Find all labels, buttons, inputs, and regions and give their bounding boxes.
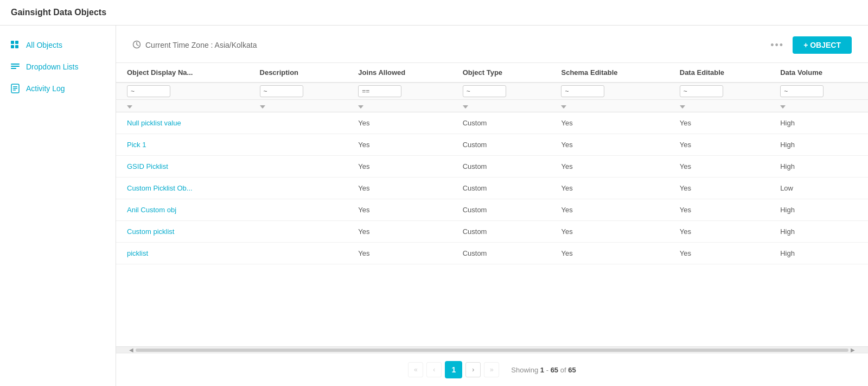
sidebar-item-label: Dropdown Lists xyxy=(26,62,79,71)
toolbar-right: ••• + OBJECT xyxy=(770,36,852,54)
filter-data-volume[interactable] xyxy=(780,85,824,97)
clock-icon xyxy=(132,40,141,50)
cell-name[interactable]: Custom Picklist Ob... xyxy=(116,178,249,199)
last-page-button[interactable]: » xyxy=(484,362,499,377)
cell-description xyxy=(249,243,348,264)
more-options-button[interactable]: ••• xyxy=(770,40,784,51)
svg-rect-0 xyxy=(11,41,14,44)
col-header-data-editable[interactable]: Data Editable xyxy=(669,63,769,83)
sort-arrow-description xyxy=(260,105,265,109)
cell-data-editable: Yes xyxy=(669,178,769,199)
cell-name[interactable]: Null picklist value xyxy=(116,112,249,134)
list-icon xyxy=(10,61,21,72)
app-title: Gainsight Data Objects xyxy=(11,8,106,17)
svg-rect-5 xyxy=(11,66,20,67)
filter-data-editable[interactable] xyxy=(680,85,723,97)
sort-arrow-data-volume xyxy=(780,105,786,109)
svg-rect-2 xyxy=(11,45,14,48)
timezone-info: Current Time Zone : Asia/Kolkata xyxy=(132,40,257,50)
pagination-bar: « ‹ 1 › » Showing 1 - 65 of 65 xyxy=(116,353,868,386)
horizontal-scrollbar[interactable]: ◀ ▶ xyxy=(116,346,868,353)
svg-rect-3 xyxy=(15,45,18,48)
col-header-object-type[interactable]: Object Type xyxy=(452,63,551,83)
cell-data-editable: Yes xyxy=(669,199,769,221)
page-1-button[interactable]: 1 xyxy=(445,361,462,378)
col-header-data-volume[interactable]: Data Volume xyxy=(769,63,868,83)
first-page-button[interactable]: « xyxy=(408,362,423,377)
cell-object-type: Custom xyxy=(452,112,551,134)
table-body: Null picklist value Yes Custom Yes Yes H… xyxy=(116,112,868,264)
sort-arrow-object-type xyxy=(463,105,468,109)
svg-rect-1 xyxy=(15,41,18,44)
cell-joins-allowed: Yes xyxy=(347,156,451,178)
timezone-label: Current Time Zone : Asia/Kolkata xyxy=(145,41,257,49)
scroll-right-arrow[interactable]: ▶ xyxy=(848,347,857,353)
table-row: Pick 1 Yes Custom Yes Yes High xyxy=(116,134,868,156)
table-row: picklist Yes Custom Yes Yes High xyxy=(116,243,868,264)
col-header-joins[interactable]: Joins Allowed xyxy=(347,63,451,83)
table-row: Custom picklist Yes Custom Yes Yes High xyxy=(116,221,868,243)
table-row: Custom Picklist Ob... Yes Custom Yes Yes… xyxy=(116,178,868,199)
cell-schema-editable: Yes xyxy=(550,156,668,178)
cell-name[interactable]: picklist xyxy=(116,243,249,264)
cell-data-volume: High xyxy=(769,134,868,156)
table-row: Anil Custom obj Yes Custom Yes Yes High xyxy=(116,199,868,221)
toolbar: Current Time Zone : Asia/Kolkata ••• + O… xyxy=(116,26,868,63)
prev-page-button[interactable]: ‹ xyxy=(426,362,442,377)
cell-schema-editable: Yes xyxy=(550,178,668,199)
filter-name[interactable] xyxy=(127,85,170,97)
cell-object-type: Custom xyxy=(452,243,551,264)
filter-object-type[interactable] xyxy=(463,85,506,97)
scroll-track[interactable] xyxy=(136,349,848,352)
cell-schema-editable: Yes xyxy=(550,221,668,243)
showing-text: Showing 1 - 65 of 65 xyxy=(511,366,576,374)
filter-joins[interactable] xyxy=(358,85,401,97)
sidebar-item-dropdown-lists[interactable]: Dropdown Lists xyxy=(0,56,116,78)
cell-object-type: Custom xyxy=(452,156,551,178)
table-container[interactable]: Object Display Na... Description Joins A… xyxy=(116,63,868,346)
cell-description xyxy=(249,178,348,199)
cell-joins-allowed: Yes xyxy=(347,134,451,156)
sidebar: All Objects Dropdown Lists xyxy=(0,26,116,386)
sort-arrow-schema xyxy=(561,105,566,109)
cell-name[interactable]: Pick 1 xyxy=(116,134,249,156)
add-object-button[interactable]: + OBJECT xyxy=(793,36,852,54)
cell-description xyxy=(249,199,348,221)
sidebar-item-activity-log[interactable]: Activity Log xyxy=(0,78,116,99)
cell-data-volume: High xyxy=(769,199,868,221)
sidebar-item-all-objects[interactable]: All Objects xyxy=(0,34,116,56)
cell-data-editable: Yes xyxy=(669,134,769,156)
cell-schema-editable: Yes xyxy=(550,112,668,134)
cell-data-editable: Yes xyxy=(669,243,769,264)
svg-rect-8 xyxy=(13,86,17,87)
cell-schema-editable: Yes xyxy=(550,199,668,221)
cell-data-volume: High xyxy=(769,112,868,134)
cell-data-volume: High xyxy=(769,221,868,243)
cell-object-type: Custom xyxy=(452,221,551,243)
cell-data-volume: High xyxy=(769,243,868,264)
scroll-left-arrow[interactable]: ◀ xyxy=(127,347,136,353)
cell-name[interactable]: Custom picklist xyxy=(116,221,249,243)
cell-joins-allowed: Yes xyxy=(347,112,451,134)
col-header-description[interactable]: Description xyxy=(249,63,348,83)
cell-description xyxy=(249,156,348,178)
filter-description[interactable] xyxy=(260,85,303,97)
col-header-name[interactable]: Object Display Na... xyxy=(116,63,249,83)
cell-data-volume: Low xyxy=(769,178,868,199)
cell-schema-editable: Yes xyxy=(550,134,668,156)
sort-arrow-joins xyxy=(358,105,363,109)
next-page-button[interactable]: › xyxy=(465,362,481,377)
cell-name[interactable]: Anil Custom obj xyxy=(116,199,249,221)
cell-data-editable: Yes xyxy=(669,156,769,178)
cell-data-volume: High xyxy=(769,156,868,178)
cell-joins-allowed: Yes xyxy=(347,243,451,264)
sidebar-item-label: Activity Log xyxy=(26,84,65,93)
cell-description xyxy=(249,112,348,134)
cell-name[interactable]: GSID Picklist xyxy=(116,156,249,178)
svg-rect-10 xyxy=(13,90,16,91)
log-icon xyxy=(10,83,21,94)
col-header-schema-editable[interactable]: Schema Editable xyxy=(550,63,668,83)
filter-schema-editable[interactable] xyxy=(561,85,604,97)
cell-object-type: Custom xyxy=(452,199,551,221)
cell-object-type: Custom xyxy=(452,178,551,199)
